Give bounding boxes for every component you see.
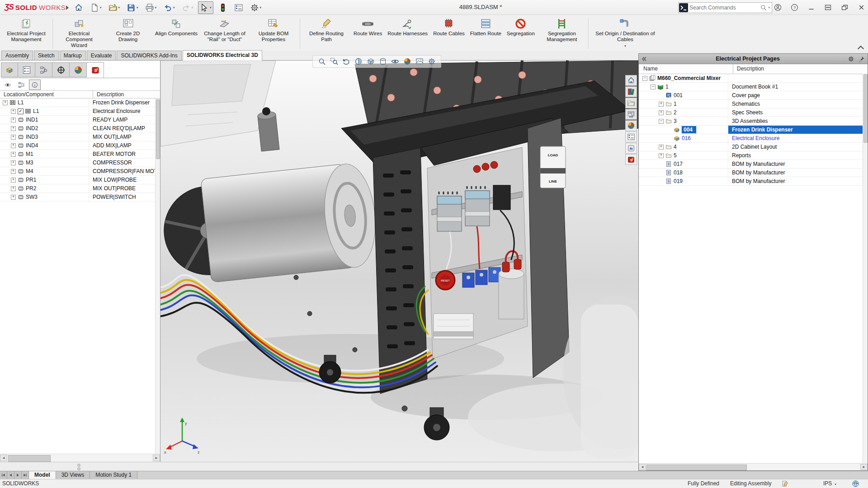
info-button[interactable] xyxy=(29,80,41,90)
collapse-taskpane-button[interactable] xyxy=(856,43,865,51)
tree-row-2-spec-sheets[interactable]: +2Spec Sheets xyxy=(639,108,868,117)
tree-row-5-reports[interactable]: +5Reports xyxy=(639,151,868,160)
task-home-button[interactable] xyxy=(625,75,637,86)
dropdown-caret-icon[interactable]: ▾ xyxy=(137,6,138,9)
restore-button[interactable] xyxy=(840,2,849,13)
scrollbar-thumb[interactable] xyxy=(8,455,51,462)
expand-toggle-icon[interactable]: − xyxy=(642,76,647,81)
tree-row-ind1-ready-lamp[interactable]: +IND1READY LAMP xyxy=(0,116,156,124)
close-button[interactable] xyxy=(857,2,865,13)
change-length-of-rail-or-duct-button[interactable]: Change Length of "Rail" or "Duct" xyxy=(200,17,249,43)
align-components-button[interactable]: Align Components xyxy=(152,17,200,38)
right-vertical-scrollbar[interactable] xyxy=(863,74,868,463)
search-dropdown-caret-icon[interactable]: ▾ xyxy=(768,6,770,9)
tree-row-1-document-book-1[interactable]: −1Document Book #1 xyxy=(639,83,868,91)
hide-show-button[interactable] xyxy=(391,57,400,66)
scroll-right-arrow[interactable]: ► xyxy=(153,455,160,461)
help-button[interactable]: ? xyxy=(790,2,798,13)
file-explorer-button[interactable] xyxy=(625,98,637,108)
update-bom-properties-button[interactable]: Update BOM Properties xyxy=(249,17,298,43)
column-name[interactable]: Name xyxy=(639,64,733,74)
expand-toggle-icon[interactable]: + xyxy=(11,126,16,131)
solidworks-logo[interactable]: ƷS SOLIDWORKS xyxy=(5,3,66,12)
view-orientation-button[interactable] xyxy=(366,57,375,66)
tree-row-018-bom-by-manufacturer[interactable]: 018BOM by Manufacturer xyxy=(639,169,868,177)
viewport-3d-scene[interactable]: RESET LOAD xyxy=(160,61,638,462)
dropdown-caret-icon[interactable]: ▾ xyxy=(100,6,102,9)
splitter-handle[interactable] xyxy=(77,467,80,470)
column-description[interactable]: Description xyxy=(733,64,764,74)
reset-button[interactable]: RESET xyxy=(436,271,455,290)
edit-appearance-button[interactable] xyxy=(403,57,412,66)
tab-evaluate[interactable]: Evaluate xyxy=(87,51,116,60)
dropdown-caret-icon[interactable]: ▾ xyxy=(192,6,193,9)
segregation-management-button[interactable]: Segregation Management xyxy=(538,17,586,43)
nav-first-button[interactable] xyxy=(0,471,7,479)
tree-row-m1-beater-motor[interactable]: +M1BEATER MOTOR xyxy=(0,150,156,159)
electrical-project-management-button[interactable]: Electrical Project Management xyxy=(2,17,51,43)
expand-toggle-icon[interactable]: + xyxy=(659,153,664,158)
search-commands-box[interactable]: ▾ xyxy=(678,2,772,13)
electrical-component-wizard-button[interactable]: Electrical Component Wizard xyxy=(55,17,104,49)
scrollbar-thumb[interactable] xyxy=(863,74,868,143)
expand-toggle-icon[interactable]: + xyxy=(3,100,8,105)
set-origin-destination-of-cables-button[interactable]: Set Origin / Destination of Cables▾ xyxy=(590,17,660,50)
tree-row-1-schematics[interactable]: +1Schematics xyxy=(639,100,868,108)
previous-view-button[interactable] xyxy=(342,57,351,66)
expand-panes-button[interactable] xyxy=(824,2,832,13)
collapse-panel-icon[interactable] xyxy=(639,55,649,63)
tree-row-ind3-mix-out-lamp[interactable]: +IND3MIX OUT|LAMP xyxy=(0,133,156,141)
left-horizontal-scrollbar[interactable]: ◄ ► xyxy=(0,454,160,462)
rebuild-button[interactable] xyxy=(217,1,229,14)
manager-tab-appearance-sphere[interactable] xyxy=(70,62,87,77)
view-palette-button[interactable] xyxy=(625,109,637,120)
tree-row-017-bom-by-manufacturer[interactable]: 017BOM by Manufacturer xyxy=(639,160,868,169)
column-location-component[interactable]: Location/Component xyxy=(0,91,93,98)
expand-toggle-icon[interactable]: + xyxy=(11,169,16,174)
tree-row-l1-frozen-drink-dispenser[interactable]: +L1Frozen Drink Dispenser xyxy=(0,99,156,107)
expand-tree-button[interactable] xyxy=(15,80,27,90)
expand-toggle-icon[interactable]: − xyxy=(651,84,656,89)
scroll-right-arrow[interactable]: ► xyxy=(860,464,868,470)
scroll-left-arrow[interactable]: ◄ xyxy=(639,464,646,470)
home-button[interactable] xyxy=(72,1,85,14)
tree-row-l1-electrical-enclosure[interactable]: +✓L1Electrical Enclosure xyxy=(0,107,156,116)
tree-row-pr1-mix-low-probe[interactable]: +PR1MIX LOW|PROBE xyxy=(0,176,156,184)
tree-row-sw3-power-switch[interactable]: +SW3POWER|SWITCH xyxy=(0,193,156,202)
tree-row-m4-compressor-fan-motor[interactable]: +M4COMPRESSOR|FAN MOTOR xyxy=(0,167,156,176)
search-input[interactable] xyxy=(689,4,760,11)
expand-toggle-icon[interactable]: + xyxy=(11,186,16,191)
dropdown-caret-icon[interactable]: ▾ xyxy=(260,6,262,9)
dropdown-caret-icon[interactable]: ▾ xyxy=(118,6,120,9)
redo-button[interactable]: ▾ xyxy=(180,1,195,14)
dropdown-caret-icon[interactable]: ▾ xyxy=(624,43,626,49)
tree-row-4-2d-cabinet-layout[interactable]: +42D Cabinet Layout xyxy=(639,143,868,151)
load-line-box[interactable]: LOAD LINE xyxy=(540,146,566,188)
create-2d-drawing-button[interactable]: Create 2D Drawing xyxy=(104,17,152,43)
undo-button[interactable]: ▾ xyxy=(161,1,177,14)
route-wires-button[interactable]: Route Wires xyxy=(351,17,385,38)
tab-solidworks-add-ins[interactable]: SOLIDWORKS Add-Ins xyxy=(117,51,181,60)
tab-sketch[interactable]: Sketch xyxy=(34,51,59,60)
units-selector[interactable]: IPS▾ xyxy=(823,480,836,487)
expand-toggle-icon[interactable]: − xyxy=(659,119,664,124)
scrollbar-thumb[interactable] xyxy=(156,99,160,159)
row-checkbox[interactable]: ✓ xyxy=(18,108,24,114)
expand-toggle-icon[interactable]: + xyxy=(11,117,16,122)
tree-row-016-electrical-enclosure[interactable]: 016Electrical Enclosure xyxy=(639,134,868,143)
contactor[interactable] xyxy=(465,186,490,226)
manager-tab-configuration[interactable] xyxy=(35,62,52,77)
expand-toggle-icon[interactable]: + xyxy=(11,109,16,114)
tree-row-004-frozen-drink-dispenser[interactable]: 004Frozen Drink Dispenser xyxy=(639,126,868,134)
panel-pin-icon[interactable] xyxy=(857,55,865,63)
column-description[interactable]: Description xyxy=(93,91,124,98)
electrical-3d-button[interactable]: S xyxy=(625,154,637,165)
manager-tab-feature-list[interactable] xyxy=(18,62,35,77)
expand-toggle-icon[interactable]: + xyxy=(659,102,664,107)
tree-row-pr2-mix-out-probe[interactable]: +PR2MIX OUT|PROBE xyxy=(0,184,156,193)
zoom-fit-button[interactable] xyxy=(317,57,326,66)
contactor[interactable] xyxy=(437,192,462,231)
display-report-button[interactable] xyxy=(232,1,245,14)
manager-tab-property-target[interactable] xyxy=(52,62,70,77)
flatten-route-button[interactable]: Flatten Route xyxy=(467,17,504,38)
